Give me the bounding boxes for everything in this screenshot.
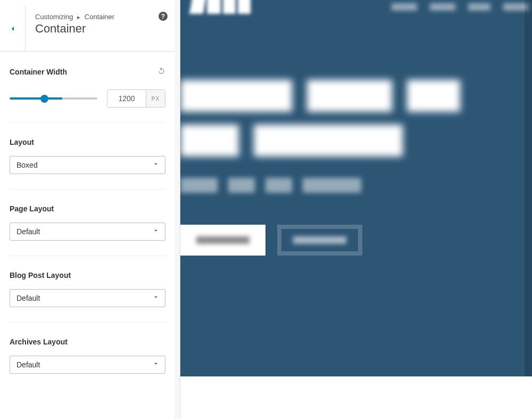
preview-secondary-button [277, 225, 362, 256]
sidebar-scrollbar[interactable] [174, 0, 180, 419]
reset-icon[interactable] [157, 67, 165, 77]
control-blog-post-layout: Blog Post Layout Default [10, 256, 165, 323]
control-container-width: Container Width PX [10, 52, 165, 123]
chevron-down-icon [152, 160, 160, 170]
back-button[interactable] [0, 6, 26, 51]
preview-scrollbar[interactable] [525, 0, 532, 376]
preview-primary-button [180, 225, 265, 256]
chevron-down-icon [152, 227, 160, 236]
control-archives-layout: Archives Layout Default [10, 323, 165, 389]
container-width-slider[interactable] [10, 97, 97, 100]
unit-label: PX [146, 90, 165, 107]
blog-post-layout-label: Blog Post Layout [10, 271, 165, 280]
blog-post-layout-select[interactable]: Default [10, 289, 165, 307]
control-layout: Layout Boxed [10, 123, 165, 190]
preview-hero [180, 80, 460, 256]
site-preview [180, 0, 532, 419]
archives-layout-label: Archives Layout [10, 338, 165, 346]
preview-nav [392, 3, 529, 11]
chevron-down-icon [152, 360, 160, 369]
help-icon[interactable]: ? [159, 12, 168, 21]
control-page-layout: Page Layout Default [10, 190, 165, 256]
preview-logo [191, 0, 260, 17]
chevron-down-icon [152, 293, 160, 303]
customizer-sidebar: Customizing ▸ Container Container ? Cont… [0, 0, 180, 419]
page-layout-select[interactable]: Default [10, 223, 165, 241]
container-width-label: Container Width [10, 68, 67, 76]
layout-select[interactable]: Boxed [10, 156, 165, 174]
panel-header: Customizing ▸ Container Container ? [0, 0, 175, 52]
layout-label: Layout [10, 138, 165, 146]
container-width-input[interactable] [107, 90, 146, 107]
archives-layout-select[interactable]: Default [10, 356, 165, 374]
breadcrumb: Customizing ▸ Container [35, 13, 165, 21]
page-layout-label: Page Layout [10, 204, 165, 213]
panel-title: Container [35, 22, 165, 36]
preview-bottom-strip [180, 376, 532, 419]
